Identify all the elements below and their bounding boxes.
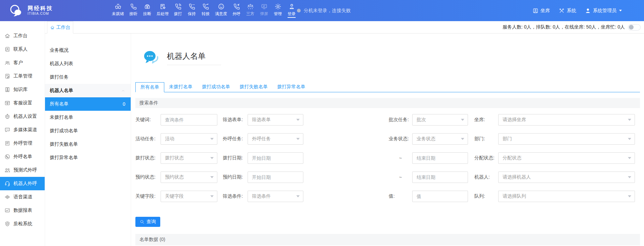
toolbar-not-ready[interactable]: 未就绪 [112, 3, 124, 18]
submenu-item-success-lists[interactable]: 拨打成功名单 [45, 124, 131, 138]
sidebar-item-label: 机器人外呼 [13, 181, 37, 187]
seat-menu-button[interactable]: 坐席 [532, 8, 550, 14]
submenu-item-undialed-lists[interactable]: 未拨打名单 [45, 111, 131, 124]
tab-workbench-label: 工作台 [56, 24, 71, 31]
filter-condition-select[interactable]: 筛选条件 [248, 191, 303, 202]
sidebar-item-predictive[interactable]: 预测式外呼 [0, 163, 45, 177]
sidebar-item-contacts[interactable]: 联系人 [0, 43, 45, 56]
home-icon [50, 25, 55, 30]
toolbar-label: 弹屏 [260, 11, 268, 17]
multimedia-chat-icon [4, 127, 10, 133]
form-row: 关键词: 筛选表单: 筛选表单 批次任务: [135, 114, 640, 126]
toolbar-dial[interactable]: 拨打 [174, 3, 182, 18]
submenu-item-failed-lists[interactable]: 拨打失败名单 [45, 138, 131, 151]
batch-task-select[interactable]: 批次 [412, 114, 468, 126]
tab-workbench[interactable]: 工作台 [47, 21, 73, 34]
ticket-icon [4, 73, 10, 79]
sidebar-item-customers[interactable]: 客户 [0, 56, 45, 69]
activity-task-select[interactable]: 活动 [161, 133, 217, 145]
tab-failed-lists[interactable]: 拨打失败名单 [235, 82, 272, 92]
submenu-group-robot-roster[interactable]: 机器人名单 [45, 84, 131, 97]
tab-abnormal-lists[interactable]: 拨打异常名单 [272, 82, 310, 92]
field-label: 拨打日期: [223, 155, 248, 161]
sidebar-item-outbound-list[interactable]: 外呼名单 [0, 150, 45, 163]
submenu-item-label: 机器人列表 [50, 61, 73, 67]
sidebar-item-robot-settings[interactable]: 机器人设置 [0, 110, 45, 123]
reserve-start-date-input[interactable] [248, 171, 303, 183]
toolbar-three-way[interactable]: 三方 [246, 3, 255, 18]
value-input[interactable] [412, 191, 468, 202]
sidebar-item-label: 语音渠道 [13, 194, 32, 200]
agent-select[interactable]: 请选择坐席 [498, 114, 635, 126]
count-badge: 0 [123, 101, 125, 107]
answer-phone-icon [130, 3, 137, 10]
knowledge-books-icon [4, 87, 10, 93]
tab-undialed-lists[interactable]: 未拨打名单 [164, 82, 197, 92]
reserve-status-select[interactable]: 预约状态 [161, 171, 217, 183]
toolbar-hold[interactable]: 保持 [187, 3, 196, 18]
submenu-item-business-overview[interactable]: 业务概况 [45, 44, 131, 57]
toolbar-manage[interactable]: 管理 [273, 3, 282, 18]
dial-phone-icon [175, 3, 182, 10]
keyword-input[interactable] [161, 114, 217, 126]
submenu-item-robot-list[interactable]: 机器人列表 [45, 57, 131, 70]
key-field-select[interactable]: 关键字段 [161, 191, 217, 202]
toolbar-login[interactable]: 登录 [287, 3, 296, 18]
form-row: 活动任务: 活动 外呼任务: 外呼任务 [135, 133, 640, 145]
call-toolbar: 未就绪 接听 挂断 后处理 拨打 保持 转接 满意度 [112, 3, 296, 18]
tab-success-lists[interactable]: 拨打成功名单 [197, 82, 235, 92]
dial-status-select[interactable]: 拨打状态 [161, 152, 217, 164]
sidebar-item-label: 多媒体渠道 [13, 127, 37, 133]
robot-select[interactable]: 请选择机器人 [498, 171, 635, 183]
toolbar-popup[interactable]: 弹屏 [260, 3, 268, 18]
sidebar-item-tickets[interactable]: 工单管理 [0, 69, 45, 83]
outbound-list-phone-icon [4, 154, 10, 160]
dial-end-date-input[interactable] [412, 152, 468, 164]
select-value: 部门 [503, 136, 512, 142]
sidebar-item-robot-outbound[interactable]: 机器人外呼 [0, 177, 45, 190]
outbound-task-select[interactable]: 外呼任务 [248, 133, 303, 145]
sidebar-item-reports[interactable]: 数据报表 [0, 204, 45, 217]
sidebar-item-workbench[interactable]: 工作台 [0, 29, 45, 43]
toolbar-outbound[interactable]: 外呼 [232, 3, 241, 18]
query-button[interactable]: 查询 [135, 217, 160, 227]
filter-form-select[interactable]: 筛选表单 [248, 114, 303, 126]
dial-start-date-input[interactable] [248, 152, 303, 164]
sidebar-item-multimedia[interactable]: 多媒体渠道 [0, 123, 45, 137]
tab-all-lists[interactable]: 所有名单 [135, 82, 164, 92]
admin-user-dropdown[interactable]: 系统管理员 [585, 8, 622, 14]
business-status-select[interactable]: 业务状态 [412, 133, 468, 145]
report-chart-icon [4, 207, 10, 213]
seat-agent-icon [532, 8, 539, 14]
sidebar-item-service-settings[interactable]: 客服设置 [0, 96, 45, 110]
sidebar-item-outbound-manage[interactable]: 外呼管理 [0, 137, 45, 150]
select-value: 活动 [165, 136, 174, 142]
chevron-down-icon [296, 138, 300, 140]
top-header-bar: 网经科技 ITIBIA.COM 未就绪 接听 挂断 后处理 拨打 保持 [0, 0, 644, 21]
agent-busy-toggle[interactable] [628, 24, 641, 31]
assign-status-select[interactable]: 分配状态 [498, 152, 635, 164]
queue-select[interactable]: 请选择队列 [498, 191, 635, 202]
toolbar-answer[interactable]: 接听 [129, 3, 138, 18]
toolbar-satisfaction[interactable]: 满意度 [215, 3, 227, 18]
submenu-item-abnormal-lists[interactable]: 拨打异常名单 [45, 151, 131, 164]
submenu-item-all-lists[interactable]: 所有名单 0 [45, 97, 131, 111]
agent-stats: 服务人数: 0人，排队数: 0人，在线坐席: 50人，坐席忙: 0人 [503, 21, 641, 33]
chevron-down-icon [628, 157, 631, 159]
sidebar-item-qc-system[interactable]: 质检系统 [0, 217, 45, 231]
toolbar-postprocess[interactable]: 后处理 [157, 3, 169, 18]
form-row: 预约状态: 预约状态 预约日期: ~ [135, 171, 640, 183]
toolbar-transfer[interactable]: 转接 [201, 3, 210, 18]
submenu-item-dial-tasks[interactable]: 拨打任务 [45, 70, 131, 84]
workspace-tabbar: 工作台 服务人数: 0人，排队数: 0人，在线坐席: 50人，坐席忙: 0人 [45, 21, 644, 34]
department-select[interactable]: 部门 [498, 133, 635, 145]
toolbar-hangup[interactable]: 挂断 [143, 3, 152, 18]
select-value: 请选择机器人 [503, 174, 531, 180]
reserve-end-date-input[interactable] [412, 171, 468, 183]
sidebar-item-label: 数据报表 [13, 207, 32, 213]
sidebar-item-knowledge[interactable]: 知识库 [0, 83, 45, 96]
predictive-users-icon [4, 167, 10, 173]
sidebar-item-voice-channel[interactable]: 语音渠道 [0, 190, 45, 204]
primary-sidebar: 工作台 联系人 客户 工单管理 知识库 客服设置 机器人设置 多媒体渠道 [0, 21, 45, 246]
system-menu-button[interactable]: 系统 [559, 8, 576, 14]
